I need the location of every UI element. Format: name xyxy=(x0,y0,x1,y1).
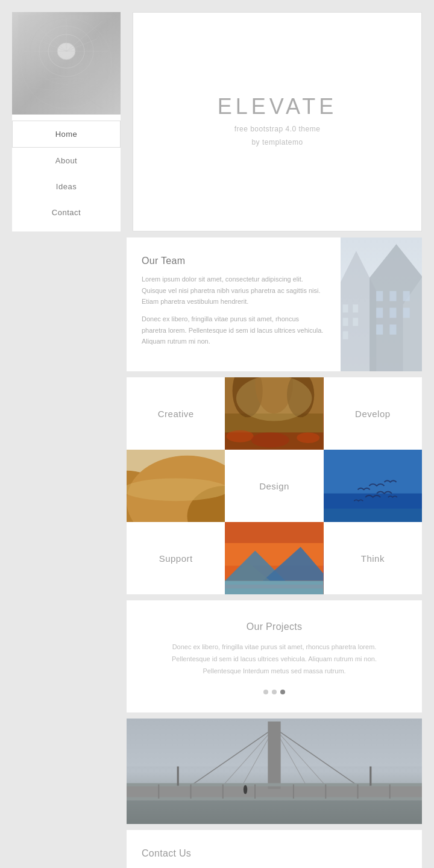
hero-title: ELEVATE xyxy=(218,94,338,119)
dot-3[interactable] xyxy=(280,690,285,694)
svg-point-44 xyxy=(251,433,289,448)
grid-cell-develop: Develop xyxy=(324,377,422,450)
svg-rect-23 xyxy=(343,304,348,312)
grid-cell-sky-img xyxy=(324,450,422,522)
svg-rect-25 xyxy=(343,331,348,339)
svg-rect-32 xyxy=(389,308,396,318)
grid-cell-support: Support xyxy=(127,522,225,594)
svg-rect-24 xyxy=(343,318,348,326)
nav-contact[interactable]: Contact xyxy=(12,200,121,225)
team-para1: Lorem ipsum dolor sit amet, consectetur … xyxy=(142,274,326,307)
team-body: Lorem ipsum dolor sit amet, consectetur … xyxy=(142,274,326,347)
dot-1[interactable] xyxy=(263,690,268,694)
birds-sky-icon xyxy=(324,450,422,522)
grid-section: Creative xyxy=(127,377,422,594)
svg-rect-57 xyxy=(225,522,323,543)
svg-rect-74 xyxy=(127,797,422,800)
dot-2[interactable] xyxy=(272,690,277,694)
bridge-image xyxy=(127,719,422,824)
nav-about[interactable]: About xyxy=(12,148,121,174)
svg-rect-28 xyxy=(376,291,383,301)
dome-icon xyxy=(18,15,115,112)
grid-cell-autumn-img xyxy=(225,377,323,450)
hero-subtitle: free bootstrap 4.0 theme by templatemo xyxy=(234,123,321,149)
svg-point-84 xyxy=(244,785,247,794)
team-image xyxy=(341,237,422,371)
svg-rect-62 xyxy=(225,585,323,588)
team-para2: Donec ex libero, fringilla vitae purus s… xyxy=(142,313,326,347)
sunset-mountains-icon xyxy=(225,522,323,594)
hero-subtitle-line1: free bootstrap 4.0 theme xyxy=(234,123,321,136)
nav-ideas[interactable]: Ideas xyxy=(12,174,121,200)
svg-point-45 xyxy=(297,433,320,444)
svg-rect-30 xyxy=(376,324,383,335)
contact-title: Contact Us xyxy=(142,848,407,859)
building-icon xyxy=(341,237,422,371)
svg-rect-33 xyxy=(389,324,396,335)
sidebar-logo xyxy=(12,12,121,115)
svg-rect-26 xyxy=(353,304,358,312)
team-section: Our Team Lorem ipsum dolor sit amet, con… xyxy=(127,237,422,371)
team-title: Our Team xyxy=(142,256,326,266)
svg-rect-54 xyxy=(324,509,422,522)
projects-title: Our Projects xyxy=(142,621,407,632)
svg-rect-35 xyxy=(403,308,410,318)
projects-section: Our Projects Donec ex libero, fringilla … xyxy=(127,600,422,712)
svg-rect-53 xyxy=(324,450,422,494)
pagination-dots xyxy=(142,690,407,694)
desert-dunes-icon xyxy=(127,450,225,522)
autumn-forest-icon xyxy=(225,377,323,450)
svg-point-51 xyxy=(127,479,225,502)
svg-point-41 xyxy=(236,377,312,421)
hero-section: ELEVATE free bootstrap 4.0 theme by temp… xyxy=(133,12,422,231)
svg-rect-18 xyxy=(18,15,115,112)
grid-cell-think: Think xyxy=(324,522,422,594)
svg-rect-83 xyxy=(127,800,422,823)
grid-cell-creative: Creative xyxy=(127,377,225,450)
svg-rect-73 xyxy=(127,783,422,786)
svg-rect-72 xyxy=(268,721,280,788)
bridge-scene-icon xyxy=(127,719,422,824)
svg-rect-34 xyxy=(403,291,410,301)
grid-cell-sunset-img xyxy=(225,522,323,594)
grid-3x3: Creative xyxy=(127,377,422,594)
nav-home[interactable]: Home xyxy=(12,121,121,148)
svg-rect-29 xyxy=(376,308,383,318)
svg-rect-31 xyxy=(389,291,396,301)
team-text: Our Team Lorem ipsum dolor sit amet, con… xyxy=(127,237,341,371)
hero-subtitle-line2: by templatemo xyxy=(234,136,321,149)
sidebar-nav: Home About Ideas Contact xyxy=(12,115,121,231)
grid-cell-desert-img xyxy=(127,450,225,522)
contact-section: Contact Us Submit xyxy=(127,830,422,868)
svg-point-43 xyxy=(227,430,254,442)
svg-rect-27 xyxy=(353,318,358,326)
projects-body: Donec ex libero, fringilla vitae purus s… xyxy=(172,641,377,677)
grid-cell-design: Design xyxy=(225,450,323,522)
